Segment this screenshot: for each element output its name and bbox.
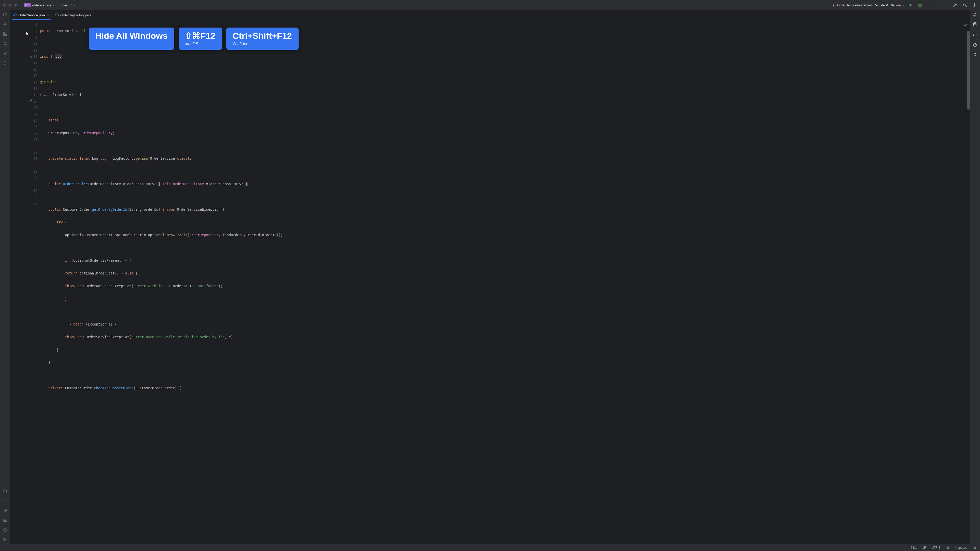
close-icon[interactable]: × (47, 13, 49, 17)
code-with-me-icon[interactable] (953, 3, 958, 7)
coverage-tool-icon[interactable] (973, 43, 977, 47)
overlay-win-card: Ctrl+Shift+F12 Win/Linux (226, 27, 298, 50)
debug-button[interactable] (918, 3, 922, 7)
text-tool-icon[interactable]: T (4, 499, 6, 503)
services-tool-icon[interactable] (3, 508, 7, 513)
more-actions-icon[interactable]: ⋮ (928, 2, 932, 8)
project-selector[interactable]: OS order-service ▾ (22, 2, 56, 8)
editor-area: C OrderService.java × I OrderRepository.… (10, 10, 970, 545)
gitlab-tool-icon[interactable] (3, 51, 7, 56)
svg-rect-10 (6, 35, 7, 36)
tab-more-icon[interactable]: ⋮ (958, 10, 970, 20)
chevron-down-icon: ▾ (903, 4, 904, 6)
more-tools-icon[interactable]: ⋯ (3, 70, 7, 75)
svg-point-12 (4, 44, 5, 45)
svg-rect-24 (974, 547, 976, 548)
overlay-mac-label: macOS (185, 41, 216, 46)
project-name: order-service (32, 3, 52, 7)
line-separator[interactable]: LF (922, 546, 926, 549)
project-tool-icon[interactable] (3, 12, 7, 17)
svg-rect-23 (947, 547, 948, 548)
arrow-up-icon: ↗ (70, 3, 73, 7)
overlay-win-label: Win/Linux (232, 41, 292, 46)
minimize-window-icon[interactable] (8, 3, 11, 6)
file-encoding[interactable]: UTF-8 (932, 546, 940, 549)
svg-point-5 (964, 4, 966, 6)
project-badge: OS (24, 3, 30, 7)
svg-rect-8 (3, 32, 5, 34)
tab-orderrepository[interactable]: I OrderRepository.java (52, 10, 94, 20)
readonly-toggle-icon[interactable] (946, 546, 950, 550)
zoom-window-icon[interactable] (14, 3, 17, 6)
indent-config[interactable]: 4 spaces (955, 546, 967, 549)
code-content[interactable]: package com.maritvandi import ... @Servi… (40, 21, 970, 545)
tab-orderservice[interactable]: C OrderService.java × (10, 10, 52, 20)
class-icon: C (13, 14, 17, 17)
chevron-down-icon: ▾ (53, 4, 54, 6)
tab-label: OrderService.java (18, 13, 45, 17)
editor-tabs: C OrderService.java × I OrderRepository.… (10, 10, 970, 21)
vcs-tool-icon[interactable] (3, 537, 7, 542)
svg-point-21 (974, 22, 977, 24)
gutter-nav-icon[interactable] (30, 99, 33, 103)
structure-tool-icon[interactable] (3, 32, 7, 36)
bookmarks-tool-icon[interactable] (3, 61, 7, 65)
run-config-name: OrderServiceTest.shouldRegisterP…llation… (837, 3, 902, 7)
scrollbar-thumb[interactable] (967, 30, 970, 110)
svg-point-18 (6, 539, 7, 540)
chevron-down-icon: ▾ (74, 4, 75, 6)
commit-tool-icon[interactable] (3, 22, 7, 27)
vcs-branch[interactable]: main ↗ ▾ (59, 3, 77, 8)
run-button[interactable] (908, 3, 913, 7)
pull-requests-icon[interactable] (3, 41, 7, 46)
beans-tool-icon[interactable] (973, 52, 977, 57)
code-icon: ⟨⟩ (833, 3, 835, 7)
overlay-title: Hide All Windows (95, 31, 168, 41)
overlay-mac-card: ⇧⌘F12 macOS (179, 27, 222, 50)
overlay-mac-keys: ⇧⌘F12 (185, 31, 216, 41)
run-config-selector[interactable]: ⟨⟩ OrderServiceTest.shouldRegisterP…llat… (832, 3, 906, 8)
branch-name: main (62, 3, 68, 7)
terminal-tool-icon[interactable] (3, 518, 7, 522)
statusbar: 53:1 LF UTF-8 4 spaces (0, 545, 980, 551)
svg-point-7 (4, 24, 6, 25)
overlay-title-card: Hide All Windows (89, 27, 174, 50)
database-tool-icon[interactable] (973, 22, 977, 27)
layers-tool-icon[interactable] (3, 489, 7, 493)
left-tool-rail: ⋯ T (0, 10, 10, 545)
caret-position[interactable]: 53:1 (911, 546, 917, 549)
interface-icon: I (55, 14, 59, 17)
close-window-icon[interactable] (3, 3, 6, 6)
svg-point-6 (974, 5, 975, 6)
right-tool-rail: m (970, 10, 980, 545)
svg-point-16 (3, 538, 5, 539)
svg-point-17 (3, 540, 5, 541)
shortcut-overlay: Hide All Windows ⇧⌘F12 macOS Ctrl+Shift+… (89, 27, 299, 50)
editor-scrollbar[interactable] (966, 21, 970, 545)
maven-tool-icon[interactable]: m (973, 32, 977, 38)
overlay-win-keys: Ctrl+Shift+F12 (232, 31, 292, 41)
problems-tool-icon[interactable] (3, 527, 7, 532)
svg-point-13 (6, 44, 6, 45)
window-controls (3, 3, 17, 6)
settings-icon[interactable] (972, 3, 977, 7)
gutter-run-icon[interactable] (30, 55, 33, 59)
titlebar: OS order-service ▾ main ↗ ▾ ⟨⟩ OrderServ… (0, 0, 980, 10)
gutter: 1 2 3› 11 12 13 14 15 16 17 18 19 20› 23… (10, 21, 40, 545)
tab-label: OrderRepository.java (60, 13, 91, 17)
mouse-cursor-icon (26, 32, 30, 37)
svg-point-4 (954, 4, 956, 5)
readonly-lock-icon[interactable] (973, 546, 977, 550)
svg-point-11 (4, 42, 5, 43)
code-editor[interactable]: 1 2 3› 11 12 13 14 15 16 17 18 19 20› 23… (10, 21, 970, 545)
search-icon[interactable] (963, 3, 967, 7)
svg-rect-9 (3, 35, 5, 36)
notifications-icon[interactable] (973, 12, 977, 17)
